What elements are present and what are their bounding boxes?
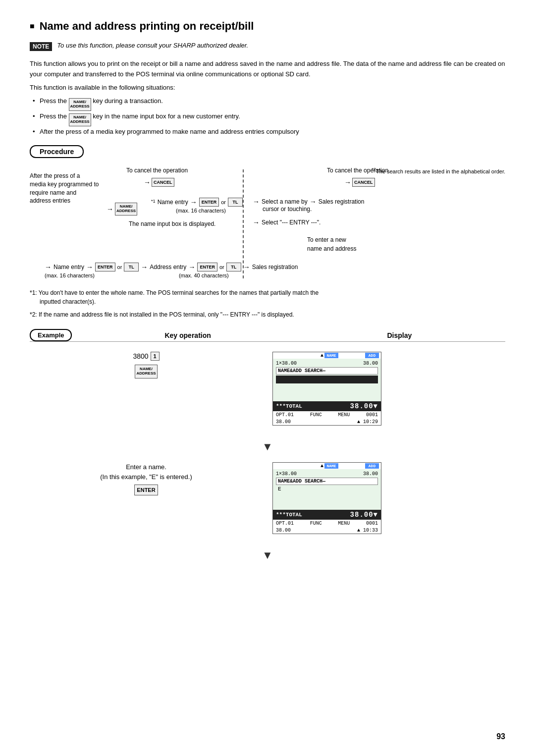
example-row-1: 3800 1 NAME/ADDRESS ▲ NAME ADD	[30, 347, 505, 426]
name-address-key-1: NAME/ADDRESS	[69, 98, 91, 111]
flow-cancel-label1: To cancel the operation	[126, 167, 188, 174]
pos-search-input-e: E	[276, 485, 378, 493]
key-op-text-2: Enter a name.(In this example, "E" is en…	[30, 462, 263, 482]
pos-search-input-1	[276, 376, 378, 383]
pos-top-bar-2: ▲ NAME ADD	[273, 463, 381, 469]
pos-name-btn-2: NAME	[324, 463, 338, 469]
pos-blank-1	[276, 384, 378, 399]
pos-total-bar-1: ***TOTAL 38.00▼	[273, 401, 381, 411]
example-key-op-1: 3800 1 NAME/ADDRESS	[30, 347, 263, 378]
pos-receipt-line-2: 1×38.00 38.00	[276, 471, 378, 477]
body-para2: This function is available in the follow…	[30, 83, 505, 93]
flow-bottom-row: → Name entry → ENTER or TL → Address ent…	[45, 263, 505, 271]
bullet-item-2: Press the NAME/ADDRESS key in the name i…	[40, 111, 505, 126]
flow-dashed-divider	[243, 169, 244, 278]
footnotes-area: *1: You don't have to enter the whole na…	[30, 288, 505, 319]
example-header: Example Key operation Display	[30, 329, 505, 342]
bullet-item-3: After the press of a media key programme…	[40, 126, 505, 137]
note-box: NOTE To use this function, please consul…	[30, 42, 505, 51]
flow-cancel-key1: → CANCEL	[144, 178, 174, 187]
example-label: Example	[30, 329, 72, 341]
enter-key-2: ENTER	[134, 485, 158, 495]
footnote2-text: *2The search results are listed in the a…	[372, 167, 505, 174]
footnote-1: *1: You don't have to enter the whole na…	[30, 288, 505, 306]
example-section: Example Key operation Display 3800 1 NAM…	[30, 329, 505, 562]
body-para1: This function allows you to print on the…	[30, 59, 505, 80]
flow-name-entry-area: *1 Name entry → ENTER or TL (max. 16 cha…	[151, 198, 243, 214]
name-address-key-2: NAME/ADDRESS	[69, 113, 91, 126]
page-title: Name and address printing on receipt/bil…	[30, 20, 505, 33]
example-display-1: ▲ NAME ADD 1×38.00 38.00 NAME&ADD SEARCH…	[272, 347, 505, 426]
down-arrow-2: ▼	[30, 549, 505, 562]
example-row-2: Enter a name.(In this example, "E" is en…	[30, 457, 505, 534]
pos-receipt-area-2: 1×38.00 38.00 NAME&ADD SEARCH— E	[273, 469, 381, 510]
down-arrow-1: ▼	[30, 440, 505, 453]
pos-triangle-2: ▲	[321, 463, 323, 469]
flow-diagram: *2The search results are listed in the a…	[30, 167, 505, 278]
pos-search-label-1: NAME&ADD SEARCH—	[276, 367, 378, 375]
footnote-2: *2: If the name and address file is not …	[30, 310, 505, 319]
flow-cancel-label2: To cancel the operation	[327, 167, 388, 174]
pos-triangle-1: ▲	[321, 353, 323, 358]
page-number: 93	[496, 732, 505, 741]
pos-footer-1: 38.00 ▲ 10:29	[273, 419, 381, 425]
flow-bottom-sub: (max. 16 characters) (max. 40 characters…	[45, 272, 505, 278]
flow-left-label: After the press of amedia key programmed…	[30, 172, 109, 205]
pos-name-btn-1: NAME	[324, 353, 338, 358]
pos-total-bar-2: ***TOTAL 38.00▼	[273, 510, 381, 520]
pos-footer-2: 38.00 ▲ 10:33	[273, 527, 381, 534]
pos-display-1: ▲ NAME ADD 1×38.00 38.00 NAME&ADD SEARCH…	[272, 352, 381, 426]
flow-cancel-key2: → CANCEL	[344, 178, 375, 187]
flow-name-input-displayed: The name input box is displayed.	[129, 220, 215, 227]
example-display-2: ▲ NAME ADD 1×38.00 38.00 NAME&ADD SEARCH…	[272, 457, 505, 534]
example-key-op-2: Enter a name.(In this example, "E" is en…	[30, 457, 263, 495]
display-header: Display	[294, 331, 505, 339]
num-key-1: 1	[151, 352, 160, 361]
name-address-key-example: NAME/ADDRESS	[135, 365, 157, 378]
pos-display-2: ▲ NAME ADD 1×38.00 38.00 NAME&ADD SEARCH…	[272, 462, 381, 534]
pos-add-btn-1: ADD	[365, 353, 379, 358]
pos-blank-2	[276, 493, 378, 508]
key-operation-header: Key operation	[82, 331, 293, 339]
procedure-label: Procedure	[30, 145, 84, 158]
bullet-list: Press the NAME/ADDRESS key during a tran…	[40, 96, 505, 137]
key-op-amount-1: 3800	[133, 352, 148, 360]
flow-new-name-label: To enter a newname and address	[307, 235, 356, 253]
note-text: To use this function, please consult you…	[57, 42, 248, 49]
pos-receipt-area-1: 1×38.00 38.00 NAME&ADD SEARCH—	[273, 359, 381, 401]
pos-bottom-bar-2: OPT.01 FUNC MENU 0001	[273, 520, 381, 527]
flow-main-row: → NAME/ADDRESS	[107, 203, 137, 216]
pos-bottom-bar-1: OPT.01 FUNC MENU 0001	[273, 411, 381, 419]
bullet-item-1: Press the NAME/ADDRESS key during a tran…	[40, 96, 505, 111]
pos-add-btn-2: ADD	[365, 463, 379, 469]
pos-receipt-line-1: 1×38.00 38.00	[276, 361, 378, 366]
pos-top-bar-1: ▲ NAME ADD	[273, 352, 381, 359]
note-label: NOTE	[30, 42, 52, 51]
flow-right-side: → Select a name by → Sales registration …	[253, 198, 364, 226]
pos-search-label-2: NAME&ADD SEARCH—	[276, 478, 378, 485]
